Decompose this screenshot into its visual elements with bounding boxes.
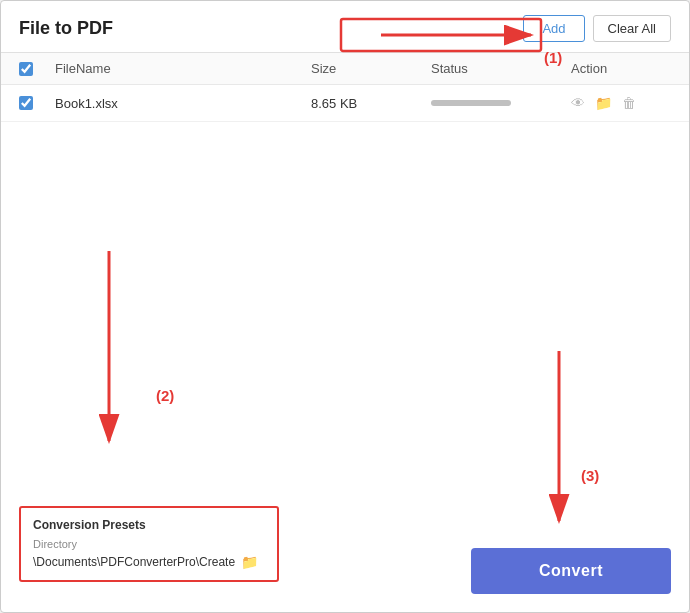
presets-directory-value: \Documents\PDFConverterPro\Create <box>33 555 235 569</box>
presets-title: Conversion Presets <box>33 518 265 532</box>
col-status: Status <box>431 61 571 76</box>
presets-directory-label: Directory <box>33 538 265 550</box>
clear-all-button[interactable]: Clear All <box>593 15 671 42</box>
header: File to PDF Add Clear All <box>1 1 689 53</box>
header-buttons: Add Clear All <box>523 15 671 42</box>
folder-icon[interactable]: 📁 <box>595 95 612 111</box>
add-button[interactable]: Add <box>523 15 584 42</box>
row-status <box>431 100 571 106</box>
select-all-checkbox[interactable] <box>19 62 33 76</box>
convert-button[interactable]: Convert <box>471 548 671 594</box>
col-action: Action <box>571 61 671 76</box>
delete-icon[interactable]: 🗑 <box>622 95 636 111</box>
view-icon[interactable]: 👁 <box>571 95 585 111</box>
row-size: 8.65 KB <box>311 96 431 111</box>
col-size: Size <box>311 61 431 76</box>
main-window: File to PDF Add Clear All FileName Size … <box>0 0 690 613</box>
presets-directory-row: \Documents\PDFConverterPro\Create 📁 <box>33 554 265 570</box>
row-filename: Book1.xlsx <box>55 96 311 111</box>
row-checkbox[interactable] <box>19 96 33 110</box>
status-progress-bar <box>431 100 511 106</box>
header-checkbox-cell <box>19 61 55 76</box>
main-content: Conversion Presets Directory \Documents\… <box>1 122 689 612</box>
col-filename: FileName <box>55 61 311 76</box>
conversion-presets-box: Conversion Presets Directory \Documents\… <box>19 506 279 582</box>
page-title: File to PDF <box>19 18 113 39</box>
table-row: Book1.xlsx 8.65 KB 👁 📁 🗑 <box>1 85 689 122</box>
row-actions: 👁 📁 🗑 <box>571 95 671 111</box>
row-checkbox-cell <box>19 96 55 110</box>
table-header: FileName Size Status Action <box>1 53 689 85</box>
browse-folder-icon[interactable]: 📁 <box>241 554 258 570</box>
bottom-row: Conversion Presets Directory \Documents\… <box>19 506 671 594</box>
